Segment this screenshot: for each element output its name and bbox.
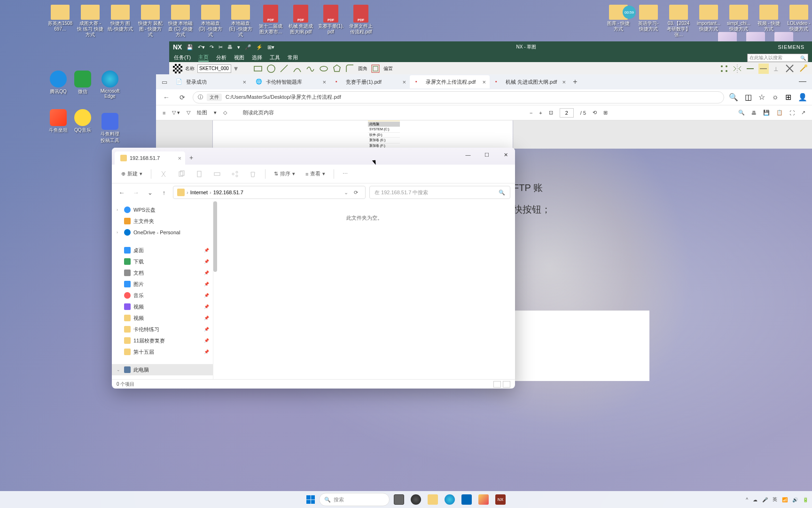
edge-tab-active[interactable]: ▪录屏文件上传流程.pdf× <box>410 75 490 88</box>
maximize-button[interactable]: ☐ <box>477 148 496 162</box>
breadcrumb[interactable]: › Internet › 192.168.51.7 ⌄ ⟳ <box>173 186 366 199</box>
sidebar-item-downloads[interactable]: 下载📌 <box>112 256 213 267</box>
app-douyu[interactable]: 斗鱼坐坦 <box>47 109 70 134</box>
print-icon[interactable]: 🖶 <box>751 110 757 116</box>
tray-chevron-icon[interactable]: ^ <box>746 497 748 502</box>
rename-button[interactable] <box>210 168 225 180</box>
print-icon[interactable]: 🖶 <box>227 44 233 50</box>
desktop-icon[interactable]: 快捷 本地磁盘 (C) -快捷方式 <box>167 5 194 38</box>
scrollbar[interactable] <box>213 201 217 272</box>
mic-icon[interactable]: 🎤 <box>245 44 251 50</box>
desktop-icon[interactable]: 第十二届成图大赛市... <box>258 5 284 38</box>
ime-indicator[interactable]: 英 <box>773 496 777 503</box>
nx-menu-view[interactable]: 视图 <box>234 54 244 61</box>
desktop-icon[interactable]: 快捷方 装配图 - 快捷方式 <box>137 5 164 38</box>
sidebar-item-thispc[interactable]: ⌄此电脑 <box>112 364 213 375</box>
magic-tool-icon[interactable] <box>798 64 808 74</box>
edge-tab[interactable]: ▪机械 先进成图大纲.pdf× <box>490 75 570 88</box>
desktop-icon[interactable]: 成图大赛 - 快 练习 快捷方式 <box>77 5 103 38</box>
search-icon[interactable]: 🔍 <box>738 110 745 116</box>
sidebar-item-folder[interactable]: 视频📌 <box>112 312 213 324</box>
offset-tool-icon[interactable] <box>370 64 381 74</box>
tray-network-icon[interactable]: 📶 <box>782 497 788 502</box>
layout-icon[interactable]: ⊞ <box>603 110 608 116</box>
more-icon[interactable]: ▾ <box>237 44 240 50</box>
taskbar-search[interactable]: 🔍 搜索 <box>319 493 390 506</box>
back-button[interactable]: ← <box>161 92 172 103</box>
more-icon[interactable]: ↗ <box>801 110 805 116</box>
desktop-icon[interactable]: 本地磁盘 (E) -快捷方式 <box>227 5 254 38</box>
minimize-button[interactable]: — <box>793 74 812 88</box>
sidebar-item-wps[interactable]: ›WPS云盘 <box>112 204 213 215</box>
desktop-icon[interactable]: 快捷方 图纸-快捷方式 <box>107 5 133 38</box>
edge-tab[interactable]: 🌐卡伦特智能题库× <box>250 75 330 88</box>
icons-view-icon[interactable] <box>503 381 510 388</box>
close-button[interactable]: ✕ <box>496 148 515 162</box>
app-douyu-tool[interactable]: 斗鱼料理投稿工具 <box>99 113 121 144</box>
zoom-out-icon[interactable]: − <box>530 110 532 116</box>
info-icon[interactable]: ⓘ <box>198 94 203 101</box>
new-tab-button[interactable]: + <box>185 154 197 161</box>
edge-tab[interactable]: 📄登录成功× <box>170 75 250 88</box>
constraint-tool-icon[interactable]: ⊥ <box>772 64 782 74</box>
fillet-tool-icon[interactable] <box>345 64 355 74</box>
pattern-tool-icon[interactable] <box>719 64 729 74</box>
arc-tool-icon[interactable] <box>292 64 303 74</box>
pdf-viewport[interactable]: OneDrive 此电脑 SYSTEM (C:) 软件 (D:) 新加卷 (E:… <box>156 120 812 149</box>
tray-battery-icon[interactable]: 🔋 <box>803 497 808 502</box>
tray-cloud-icon[interactable]: ☁ <box>753 497 757 502</box>
rotate-icon[interactable]: ⟲ <box>593 110 597 116</box>
sidebar-item-pictures[interactable]: 图片📌 <box>112 278 213 290</box>
chevron-down-icon[interactable]: ⌄ <box>344 190 348 196</box>
taskbar-app-explorer[interactable] <box>425 492 440 507</box>
close-icon[interactable]: × <box>178 155 181 162</box>
collections-icon[interactable]: ⊞ <box>785 93 791 102</box>
start-button[interactable] <box>304 493 317 506</box>
new-button[interactable]: ⊕ 新建 ▾ <box>117 168 146 179</box>
ellipse-tool-icon[interactable] <box>319 64 329 74</box>
highlight-icon[interactable]: ▽ ▾ <box>172 110 180 116</box>
tab-actions-icon[interactable]: ▭ <box>159 76 170 87</box>
redo-icon[interactable]: ↷ <box>210 44 214 50</box>
erase-icon[interactable]: ◇ <box>223 110 227 116</box>
close-icon[interactable]: × <box>402 79 406 86</box>
fit-icon[interactable]: ⊡ <box>549 110 553 116</box>
taskbar-app-store[interactable] <box>459 492 474 507</box>
paste-button[interactable] <box>192 168 207 180</box>
line-tool-icon[interactable] <box>279 64 289 74</box>
url-input[interactable]: ⓘ 文件 C:/Users/MasterSu/Desktop/录屏文件上传流程.… <box>193 91 724 103</box>
save-icon[interactable]: 💾 <box>187 44 193 50</box>
sidebar-item-desktop[interactable]: 桌面📌 <box>112 245 213 256</box>
desktop-icon[interactable]: 苏英杰1508697... <box>47 5 73 38</box>
close-icon[interactable]: × <box>562 79 566 86</box>
clock-widget[interactable]: 00:59 <box>623 6 636 19</box>
close-icon[interactable]: × <box>242 79 246 86</box>
extension-icon[interactable]: ☼ <box>772 93 779 102</box>
close-icon[interactable]: × <box>322 79 326 86</box>
sidebar-item-home[interactable]: 主文件夹 <box>112 215 213 227</box>
more-button[interactable]: ⋯ <box>339 169 351 179</box>
taskbar-app-edge[interactable] <box>442 492 457 507</box>
app-qq[interactable]: 腾讯QQ <box>47 71 70 95</box>
page-input[interactable] <box>560 108 574 118</box>
zoom-in-icon[interactable]: + <box>539 110 542 116</box>
window-icon[interactable]: ⊞▾ <box>267 44 274 50</box>
explorer-content[interactable]: 此文件夹为空。 <box>213 201 515 379</box>
saveas-icon[interactable]: 📋 <box>776 110 783 116</box>
close-icon[interactable]: × <box>482 79 486 86</box>
polygon-tool-icon[interactable] <box>332 64 342 74</box>
desktop-icon[interactable]: 03.【2024考研数学】张... <box>665 5 692 38</box>
spline-tool-icon[interactable] <box>305 64 316 74</box>
desktop-icon[interactable]: 英语学习- 快捷方式 <box>635 5 662 38</box>
favorite-icon[interactable]: ☆ <box>758 93 765 102</box>
nx-search[interactable]: 在此输入以搜索 🔍 <box>747 54 808 62</box>
sidebar-item-folder[interactable]: 卡伦特练习📌 <box>112 324 213 335</box>
desktop-icon[interactable]: 录屏文件上传流程.pdf <box>348 5 374 38</box>
fullscreen-icon[interactable]: ⛶ <box>789 110 795 116</box>
breadcrumb-segment[interactable]: 192.168.51.7 <box>213 190 243 195</box>
nx-menu-tools[interactable]: 工具 <box>270 54 280 61</box>
explorer-tab[interactable]: 192.168.51.7 × <box>115 151 185 165</box>
nx-menu-task[interactable]: 任务(T) <box>174 54 191 61</box>
taskbar-app-taskview[interactable] <box>391 492 406 507</box>
taskbar-app-obs[interactable] <box>408 492 423 507</box>
